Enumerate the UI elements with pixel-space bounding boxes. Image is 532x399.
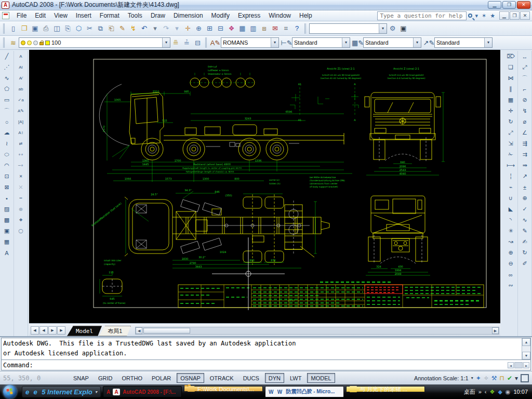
text-dtext-icon[interactable]: AI	[15, 62, 27, 73]
block-editor-icon[interactable]: ↯	[128, 23, 139, 34]
doc-minimize-button[interactable]: ▁	[499, 11, 509, 20]
cmd-scroll-thumb[interactable]	[514, 362, 523, 368]
table-style-caret[interactable]: ▾	[413, 38, 421, 47]
rectangle-icon[interactable]: ▭	[1, 95, 13, 105]
folder-icon[interactable]: F:\Work Documents\...	[184, 386, 263, 392]
taskbar-clock[interactable]: 10:07	[513, 389, 530, 395]
command-hscrollbar[interactable]: ◀ ▶	[508, 362, 530, 368]
pan-icon[interactable]: ✛	[182, 23, 193, 34]
dim-style-icon[interactable]: ✐	[519, 258, 531, 269]
horizontal-scrollbar[interactable]: ◀ ▶	[135, 327, 499, 335]
line-icon[interactable]: ╱	[1, 51, 13, 62]
dimension-style-caret[interactable]: ▾	[342, 38, 350, 47]
add-leader-icon[interactable]: ⊕	[505, 247, 517, 258]
point-measure-icon[interactable]: ┄∘	[15, 160, 27, 171]
dim-ordinate-icon[interactable]: ⌐	[519, 84, 531, 95]
toolbar-grip[interactable]	[3, 23, 6, 34]
dim-inspect-icon[interactable]: ✓	[519, 204, 531, 215]
zoom-previous-icon[interactable]: ⊟	[215, 23, 226, 34]
collect-leaders-icon[interactable]: ∾	[505, 280, 517, 291]
help-search-input[interactable]	[377, 11, 467, 20]
tab-nav-last[interactable]: ▶	[57, 326, 65, 335]
menu-format[interactable]: Format	[96, 11, 124, 20]
dim-linear-icon[interactable]: ↔	[519, 51, 531, 62]
layers-toolbar-grip[interactable]	[3, 37, 6, 48]
trusted-dwg-icon[interactable]: ✔	[507, 375, 512, 382]
sheet-set-manager-icon[interactable]: ⧈	[259, 23, 270, 34]
point-icon[interactable]: •	[1, 193, 13, 204]
grid-toggle[interactable]: GRID	[95, 373, 116, 383]
dim-continue-icon[interactable]: ⇛	[519, 160, 531, 171]
join-icon[interactable]: ∪	[505, 193, 517, 204]
layer-vp-freeze-icon[interactable]	[33, 41, 38, 45]
text-scale-icon[interactable]: [A]	[15, 116, 27, 127]
minimize-button[interactable]: ▁	[488, 1, 501, 9]
move-icon[interactable]: ✛	[505, 105, 517, 116]
command-history[interactable]: Autodesk DWG. This file is a TrustedDWG …	[2, 338, 522, 360]
array-icon[interactable]: ▦	[505, 95, 517, 105]
model-toggle[interactable]: MODEL	[307, 373, 335, 383]
chamfer-icon[interactable]: ◣	[505, 204, 517, 215]
center-mark-icon[interactable]: ⊕	[519, 193, 531, 204]
tab-nav-prev[interactable]: ◀	[39, 326, 48, 335]
break-point-icon[interactable]: ✕	[15, 171, 27, 182]
osnap-toggle[interactable]: OSNAP	[177, 373, 204, 383]
menu-draw[interactable]: Draw	[147, 11, 169, 20]
status-menu-caret[interactable]: ▾	[515, 375, 518, 382]
word-icon[interactable]: 防震凹凸胶 - Micro...	[265, 386, 344, 397]
spline-icon[interactable]: ≀	[1, 138, 13, 149]
multileader-style-combo[interactable]: Standard ▾	[434, 37, 493, 48]
workspace-settings-icon[interactable]: ⚙	[387, 23, 398, 34]
point-divide-icon[interactable]: ∘∘	[15, 149, 27, 160]
explode-icon[interactable]: ✳	[505, 225, 517, 236]
markup-set-manager-icon[interactable]: ✉	[270, 23, 281, 34]
cut-icon[interactable]: ✂	[84, 23, 95, 34]
text-edit-icon[interactable]: A∕	[15, 73, 27, 84]
designcenter-icon[interactable]: ▦	[237, 23, 248, 34]
cmd-scroll-right[interactable]: ▶	[523, 362, 529, 368]
snap-cross-icon[interactable]: ⤫	[15, 182, 27, 193]
dim-radius-icon[interactable]: ⊘	[519, 95, 531, 105]
styles-toolbar-grip[interactable]	[205, 37, 208, 48]
scroll-up-arrow[interactable]: ▲	[522, 338, 530, 346]
make-object-layer-current-icon[interactable]: ≞	[170, 37, 181, 48]
erase-icon[interactable]: ⌦	[505, 51, 517, 62]
circle-icon[interactable]: ○	[1, 116, 13, 127]
qnew-icon[interactable]: ▯	[8, 23, 19, 34]
layer-combo-caret[interactable]: ▾	[162, 38, 170, 47]
ortho-toggle[interactable]: ORTHO	[118, 373, 146, 383]
paste-icon[interactable]: ⎗	[106, 23, 117, 34]
text-style-combo[interactable]: ROMANS ▾	[221, 37, 279, 48]
menu-view[interactable]: View	[50, 11, 72, 20]
multileader-style-caret[interactable]: ▾	[484, 38, 492, 47]
polygon-tool-icon[interactable]: ❖	[15, 215, 27, 225]
plot-icon[interactable]: ⎙	[41, 23, 51, 34]
gradient-icon[interactable]: ▩	[1, 215, 13, 225]
rotate-icon[interactable]: ↻	[505, 116, 517, 127]
ie-icon[interactable]: 5 Internet Explorer ▾	[22, 386, 101, 397]
dim-angular-icon[interactable]: ∠	[519, 127, 531, 138]
favorites-star-icon[interactable]: ★	[489, 12, 496, 19]
otrack-toggle[interactable]: OTRACK	[206, 373, 237, 383]
break-icon[interactable]: ⌁	[505, 182, 517, 193]
doc-restore-button[interactable]: ❐	[510, 11, 520, 20]
scroll-right-arrow[interactable]: ▶	[492, 327, 499, 334]
command-vscrollbar[interactable]: ▲ ▼	[522, 338, 530, 360]
menu-help[interactable]: Help	[295, 11, 316, 20]
tolerance-icon[interactable]: ±	[519, 182, 531, 193]
polyline-icon[interactable]: ∿	[1, 73, 13, 84]
search-flyout-caret[interactable]: ▾	[474, 12, 479, 19]
quick-leader-icon[interactable]: ↗	[519, 171, 531, 182]
tool-palettes-icon[interactable]: ▥	[248, 23, 259, 34]
tab-layout1[interactable]: 布局1	[99, 326, 131, 336]
layer-combo[interactable]: 100 ▾	[19, 37, 170, 48]
toolbar-grip-2[interactable]	[304, 23, 307, 34]
my-workspace-icon[interactable]: ▣	[398, 23, 409, 34]
quick-dimension-icon[interactable]: ⇶	[519, 138, 531, 149]
lock-icon[interactable]: ⊓	[500, 375, 504, 382]
dyn-toggle[interactable]: DYN	[265, 373, 284, 383]
menu-edit[interactable]: Edit	[31, 11, 50, 20]
layer-freeze-icon[interactable]	[27, 41, 32, 45]
make-block-icon[interactable]: ⊠	[1, 182, 13, 193]
redo-icon[interactable]: ↷	[161, 23, 171, 34]
